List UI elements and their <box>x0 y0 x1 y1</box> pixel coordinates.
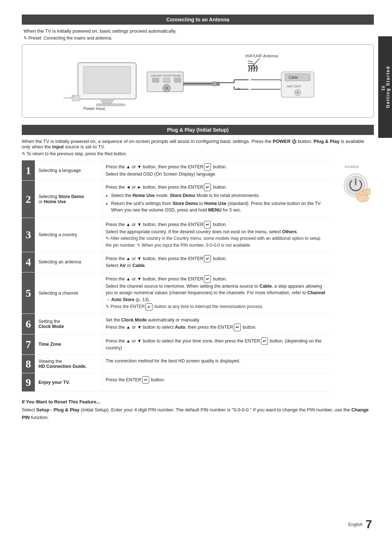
step-num-7: 7 <box>22 334 35 354</box>
svg-line-3 <box>248 63 254 64</box>
antenna-diagram: VHF/UHF Antenna Power Input <box>22 44 374 118</box>
enter-icon-3 <box>204 221 211 229</box>
enter-icon-1 <box>204 163 211 171</box>
plug-note: To return to the previous step, press th… <box>22 151 374 156</box>
svg-text:POWER: POWER <box>345 165 359 169</box>
antenna-section: Connecting to an Antenna When the TV is … <box>22 15 374 118</box>
step-row-1: 1 Selecting a language Press the ▲ or ▼ … <box>22 160 330 181</box>
step-row-8: 8 Viewing theHD Connection Guide. The co… <box>22 355 330 373</box>
svg-text:}}}}: }}}} <box>248 64 258 71</box>
step-content-5: Press the ▲ or ▼ button, then press the … <box>102 272 330 313</box>
svg-rect-19 <box>174 78 181 82</box>
reset-title: If You Want to Reset This Feature... <box>22 399 374 405</box>
step-row-7: 7 Time Zone Press the ▲ or ▼ button to s… <box>22 334 330 355</box>
step-row-5: 5 Selecting a channel Press the ▲ or ▼ b… <box>22 272 330 314</box>
antenna-intro: When the TV is initially powered on, bas… <box>24 28 374 34</box>
enter-icon-2 <box>204 184 211 191</box>
step-content-2: Press the ◄ or ► button, then press the … <box>102 181 330 218</box>
svg-rect-17 <box>152 78 159 82</box>
page-footer: English 7 <box>348 518 372 531</box>
step-num-2: 2 <box>22 181 35 218</box>
reset-content: Select Setup - Plug & Play (Initial Setu… <box>22 406 374 422</box>
step-num-1: 1 <box>22 160 35 180</box>
steps-right: POWER <box>338 160 374 392</box>
side-tab-label: Getting Started <box>385 66 391 108</box>
power-button-svg: POWER <box>339 164 372 204</box>
step-content-9: Press the ENTER button. <box>102 373 330 391</box>
svg-rect-18 <box>163 78 170 82</box>
steps-container: 1 Selecting a language Press the ▲ or ▼ … <box>22 160 374 392</box>
plug-section-header: Plug & Play (Initial Setup) <box>22 125 374 135</box>
step-num-3: 3 <box>22 218 35 252</box>
step-label-8: Viewing theHD Connection Guide. <box>35 355 102 373</box>
svg-rect-9 <box>96 104 125 106</box>
step-row-2: 2 Selecting Store Demoor Home Use Press … <box>22 181 330 218</box>
step-label-3: Selecting a country <box>35 218 102 252</box>
svg-point-21 <box>165 87 168 90</box>
step-content-7: Press the ▲ or ▼ button to select the yo… <box>102 334 330 354</box>
step-3-label-text: Selecting a country <box>38 232 77 237</box>
step-6-label-text: Setting theClock Mode <box>38 319 64 329</box>
svg-text:ANT OUT: ANT OUT <box>287 85 301 88</box>
step-label-6: Setting theClock Mode <box>35 314 102 334</box>
step-label-7: Time Zone <box>35 334 102 354</box>
step-num-8: 8 <box>22 355 35 373</box>
step-2-label-text: Selecting Store Demoor Home Use <box>38 194 84 204</box>
svg-point-50 <box>357 195 369 202</box>
step-label-1: Selecting a language <box>35 160 102 180</box>
step-label-5: Selecting a channel <box>35 272 102 313</box>
preset-note: Preset: Connecting the mains and antenna… <box>24 36 374 41</box>
step-8-label-text: Viewing theHD Connection Guide. <box>38 359 87 369</box>
step-label-2: Selecting Store Demoor Home Use <box>35 181 102 218</box>
plug-intro: When the TV is initially powered on, a s… <box>22 139 374 149</box>
page-wrapper: 01 Getting Started Connecting to an Ante… <box>0 0 392 542</box>
step-content-6: Set the Clock Mode automatically or manu… <box>102 314 330 334</box>
step-num-6: 6 <box>22 314 35 334</box>
step-label-4: Selecting an antenna <box>35 252 102 272</box>
plug-title: Plug & Play (Initial Setup) <box>167 127 229 133</box>
step-9-label-text: Enjoy your TV. <box>38 380 70 385</box>
enter-icon-9 <box>142 376 149 384</box>
step-num-5: 5 <box>22 272 35 313</box>
step-content-1: Press the ▲ or ▼ button, then press the … <box>102 160 330 180</box>
step-num-4: 4 <box>22 252 35 272</box>
side-tab-number: 01 <box>381 86 385 91</box>
svg-text:or: or <box>237 86 241 91</box>
footer-language: English <box>348 522 363 527</box>
svg-rect-26 <box>217 82 220 86</box>
step-content-3: Press the ▲ or ▼ button, then press the … <box>102 218 330 252</box>
svg-text:VHF/UHF Antenna: VHF/UHF Antenna <box>245 54 278 58</box>
enter-icon-7 <box>261 337 268 345</box>
reset-section: If You Want to Reset This Feature... Sel… <box>22 399 374 422</box>
svg-text:Cable: Cable <box>289 75 298 79</box>
svg-rect-7 <box>83 66 131 94</box>
step-num-9: 9 <box>22 373 35 391</box>
steps-left: 1 Selecting a language Press the ▲ or ▼ … <box>22 160 330 392</box>
svg-text:Power Input: Power Input <box>83 106 105 110</box>
antenna-title: Connecting to an Antenna <box>166 17 229 22</box>
svg-point-38 <box>297 91 299 94</box>
step-row-6: 6 Setting theClock Mode Set the Clock Mo… <box>22 314 330 334</box>
page-number: 7 <box>366 518 372 531</box>
svg-rect-25 <box>212 82 217 86</box>
enter-icon-6 <box>234 324 241 331</box>
step-row-9: 9 Enjoy your TV. Press the ENTER button. <box>22 373 330 392</box>
step-7-label-text: Time Zone <box>38 342 61 347</box>
side-tab: 01 Getting Started <box>378 36 392 138</box>
step-row-3: 3 Selecting a country Press the ▲ or ▼ b… <box>22 218 330 252</box>
step-4-label-text: Selecting an antenna <box>38 259 81 264</box>
enter-icon-5 <box>204 275 211 283</box>
enter-icon-4 <box>204 255 211 263</box>
step-5-note: Press the ENTER button at any time to in… <box>106 304 264 309</box>
svg-line-2 <box>248 61 253 62</box>
step-1-label-text: Selecting a language <box>38 168 81 173</box>
step-3-note-2: When you input the PIN number, 0-0-0-0 i… <box>137 243 251 248</box>
step-content-8: The connection method for the best HD sc… <box>102 355 330 373</box>
step-label-9: Enjoy your TV. <box>35 373 102 391</box>
plug-section: Plug & Play (Initial Setup) When the TV … <box>22 125 374 421</box>
step-5-label-text: Selecting a channel <box>38 291 78 296</box>
antenna-diagram-svg: VHF/UHF Antenna Power Input <box>29 52 366 110</box>
antenna-section-header: Connecting to an Antenna <box>22 15 374 25</box>
svg-text:LAN    ANT IN   EXT(RGB): LAN ANT IN EXT(RGB) <box>151 74 181 77</box>
step-content-4: Press the ▲ or ▼ button, then press the … <box>102 252 330 272</box>
